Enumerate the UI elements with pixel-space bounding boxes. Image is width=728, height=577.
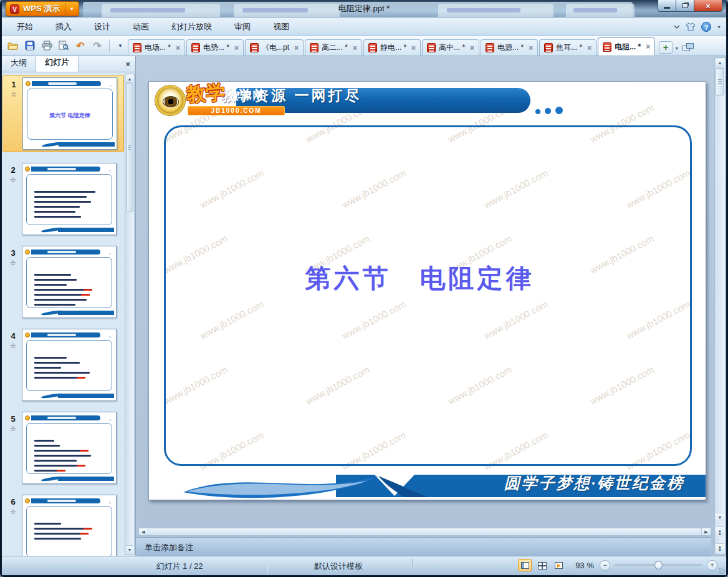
slide-thumbnail[interactable]: ⁙ xyxy=(22,246,117,318)
mini-header-banner xyxy=(31,415,100,420)
tab-close-icon[interactable]: × xyxy=(529,44,533,52)
ppt-file-icon xyxy=(486,43,494,52)
tab-close-icon[interactable]: × xyxy=(234,44,239,52)
slide-content-placeholder[interactable] xyxy=(164,125,692,466)
previous-slide-button[interactable]: ▲▲ xyxy=(716,526,724,536)
mini-slide-title: 第六节 电阻定律 xyxy=(27,112,112,120)
slide-thumbnail-row[interactable]: 4☆⁙ xyxy=(4,329,124,401)
slide-canvas[interactable]: www.jb1000.comwww.jb1000.comwww.jb1000.c… xyxy=(148,81,706,500)
tab-close-icon[interactable]: × xyxy=(176,44,180,52)
document-tab[interactable]: 电势... *× xyxy=(186,39,244,56)
new-tab-button[interactable]: + xyxy=(659,41,673,54)
mini-logo-icon xyxy=(25,415,30,420)
scroll-left-icon[interactable]: ◀ xyxy=(139,528,148,535)
save-icon[interactable] xyxy=(24,39,36,52)
document-tab-label: 焦耳... * xyxy=(556,42,582,53)
slide-thumbnail-list: 1☆⁙第六节 电阻定律2☆⁙3☆⁙4☆⁙5☆⁙6☆⁙ xyxy=(2,74,124,556)
document-tab-label: 《电...pt xyxy=(262,42,289,53)
slide-thumbnail-row[interactable]: 6☆⁙ xyxy=(4,495,124,556)
menu-幻灯片放映[interactable]: 幻灯片放映 xyxy=(163,18,221,36)
new-tab-caret-icon[interactable]: ▼ xyxy=(674,46,679,51)
tab-close-icon[interactable]: × xyxy=(646,42,650,51)
document-tab[interactable]: 《电...pt× xyxy=(245,39,304,56)
zoom-out-button[interactable]: − xyxy=(600,560,610,571)
mini-header-banner xyxy=(31,498,100,503)
print-icon[interactable] xyxy=(41,39,53,52)
collapse-ribbon-icon[interactable] xyxy=(674,25,680,29)
document-tab[interactable]: 电阻... *× xyxy=(598,37,655,56)
zoom-in-button[interactable]: + xyxy=(707,560,717,571)
scroll-up-icon[interactable]: ▲ xyxy=(716,59,724,67)
undo-icon[interactable]: ↶ xyxy=(74,39,87,52)
slide-thumbnail[interactable]: ⁙ xyxy=(22,329,117,401)
slide-thumbnail-row[interactable]: 2☆⁙ xyxy=(4,163,124,235)
document-tab[interactable]: 高中... *× xyxy=(422,39,479,56)
menu-开始[interactable]: 开始 xyxy=(8,18,42,36)
slide-thumbnail[interactable]: ⁙第六节 电阻定律 xyxy=(22,77,117,150)
open-file-icon[interactable] xyxy=(7,39,19,52)
tab-close-icon[interactable]: × xyxy=(587,44,592,52)
slide-thumbnail-row[interactable]: 3☆⁙ xyxy=(4,246,124,318)
zoom-slider-handle[interactable] xyxy=(654,561,663,570)
tab-outline[interactable]: 大纲 xyxy=(2,56,36,72)
menu-插入[interactable]: 插入 xyxy=(47,18,80,36)
design-template-label[interactable]: 默认设计模板 xyxy=(270,561,407,572)
sidebar-scrollbar[interactable]: ▲ ▼ xyxy=(125,74,135,555)
titlebar[interactable]: V WPS 演示 ▼ 电阻定律.ppt * × xyxy=(2,0,726,17)
scroll-right-icon[interactable]: ▶ xyxy=(701,528,711,535)
document-tab[interactable]: 高二... *× xyxy=(305,39,362,56)
close-button[interactable]: × xyxy=(694,0,722,12)
tab-slides[interactable]: 幻灯片 xyxy=(36,56,79,72)
animation-star-icon: ☆ xyxy=(4,259,22,267)
slide-counter: 幻灯片 1 / 22 xyxy=(95,561,264,572)
document-tab-label: 电势... * xyxy=(203,42,229,53)
document-tab[interactable]: 静电... *× xyxy=(363,39,421,56)
minimize-button[interactable] xyxy=(658,0,676,12)
mini-logo-icon xyxy=(25,332,30,337)
scroll-up-icon[interactable]: ▲ xyxy=(126,75,133,83)
tab-close-icon[interactable]: × xyxy=(294,44,299,52)
arrange-windows-icon[interactable] xyxy=(682,43,694,52)
tab-close-icon[interactable]: × xyxy=(353,44,357,52)
tab-close-icon[interactable]: × xyxy=(411,44,416,52)
vertical-scrollbar-thumb[interactable] xyxy=(716,68,724,95)
slide-number: 1 xyxy=(11,80,16,89)
tab-close-icon[interactable]: × xyxy=(470,44,474,52)
view-slide-sorter-button[interactable] xyxy=(535,559,548,571)
maximize-button[interactable] xyxy=(676,0,694,12)
document-tab[interactable]: 电源... *× xyxy=(481,39,538,56)
document-tab[interactable]: 电场... *× xyxy=(128,39,185,56)
view-slideshow-button[interactable] xyxy=(552,559,565,571)
slide-title-text[interactable]: 第六节 电阻定律 xyxy=(148,261,698,296)
resize-grip[interactable] xyxy=(719,568,725,574)
help-caret-icon[interactable]: ▼ xyxy=(717,25,721,29)
menu-审阅[interactable]: 审阅 xyxy=(226,18,259,36)
slide-thumbnail[interactable]: ⁙ xyxy=(22,163,117,235)
vertical-scrollbar[interactable]: ▲ ▼ ▲▲ ▼▼ xyxy=(714,57,726,555)
scroll-down-icon[interactable]: ▼ xyxy=(126,545,133,553)
mini-logo-icon xyxy=(25,167,30,172)
animation-star-icon: ☆ xyxy=(4,342,22,350)
notes-pane[interactable]: 单击添加备注 xyxy=(136,537,711,556)
toolbar-options-caret-icon[interactable]: ▼ xyxy=(115,43,125,49)
menu-设计[interactable]: 设计 xyxy=(85,18,119,36)
slide-thumbnail[interactable]: ⁙ xyxy=(22,495,117,556)
panel-close-icon[interactable]: × xyxy=(125,59,130,69)
scroll-down-icon[interactable]: ▼ xyxy=(716,513,724,521)
print-preview-icon[interactable] xyxy=(57,39,70,52)
menu-视图[interactable]: 视图 xyxy=(264,18,298,36)
horizontal-scrollbar[interactable]: ◀ ▶ xyxy=(138,528,711,536)
slide-thumbnail-row[interactable]: 1☆⁙第六节 电阻定律 xyxy=(2,75,124,152)
document-tab[interactable]: 焦耳... *× xyxy=(539,39,596,56)
view-normal-button[interactable] xyxy=(518,559,532,571)
next-slide-button[interactable]: ▼▼ xyxy=(716,543,724,553)
slide-thumbnail-row[interactable]: 5☆⁙ xyxy=(4,412,124,484)
skin-icon[interactable] xyxy=(686,22,696,31)
redo-icon[interactable]: ↷ xyxy=(91,39,103,52)
slide-thumbnail[interactable]: ⁙ xyxy=(22,412,117,484)
mini-logo-icon xyxy=(26,81,31,86)
sidebar-scrollbar-thumb[interactable] xyxy=(126,84,133,211)
help-icon[interactable]: ? xyxy=(701,22,711,32)
slide-footer-slogan: 圆学子梦想·铸世纪金榜 xyxy=(504,473,684,493)
menu-动画[interactable]: 动画 xyxy=(124,18,158,36)
